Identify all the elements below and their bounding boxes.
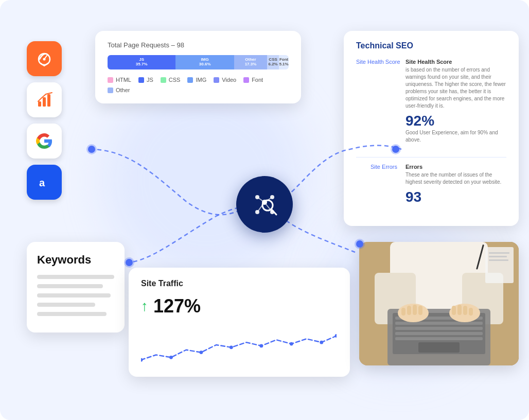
bar-css: CSS 6.2% <box>267 55 279 69</box>
svg-point-23 <box>259 344 263 348</box>
legend: HTML JS CSS IMG Video Font <box>108 77 289 93</box>
bar-img: IMG 30.6% <box>175 55 234 69</box>
health-desc: is based on the number of errors and war… <box>405 66 506 110</box>
health-heading: Site Health Score <box>405 59 506 65</box>
errors-heading: Errors <box>405 164 506 170</box>
legend-img: IMG <box>187 77 206 83</box>
health-content: Site Health Score is based on the number… <box>405 59 506 147</box>
svg-point-19 <box>141 358 143 362</box>
svg-point-21 <box>200 351 203 354</box>
progress-bar: JS 35.7% IMG 30.6% Other 17.3% CSS 6.2% … <box>108 55 289 69</box>
page-requests-title: Total Page Requests – 98 <box>108 41 289 49</box>
traffic-percent-value: 127% <box>153 295 201 317</box>
svg-rect-35 <box>395 327 483 330</box>
svg-rect-48 <box>469 308 473 316</box>
center-analysis-icon <box>236 176 293 233</box>
traffic-chart <box>141 324 338 365</box>
bar-js: JS 35.7% <box>108 55 175 69</box>
speedometer-app-icon[interactable] <box>27 41 62 76</box>
svg-rect-34 <box>395 322 483 325</box>
legend-font: Font <box>243 77 263 83</box>
tech-seo-card: Technical SEO Site Health Score Site Hea… <box>344 31 519 226</box>
sidebar-icons: a <box>27 41 62 200</box>
analytics-app-icon[interactable] <box>27 82 62 117</box>
keywords-title: Keywords <box>37 253 114 267</box>
legend-other: Other <box>108 87 130 93</box>
keyword-line-1 <box>37 275 114 279</box>
errors-content: Errors These are the number of issues of… <box>405 164 506 205</box>
bar-font: Font 5.1% <box>279 55 289 69</box>
svg-rect-42 <box>407 306 411 315</box>
legend-html: HTML <box>108 77 131 83</box>
svg-point-24 <box>290 342 293 346</box>
health-value: 92% <box>405 113 506 129</box>
laptop-visual <box>359 242 519 365</box>
tech-seo-title: Technical SEO <box>356 41 506 50</box>
svg-rect-52 <box>489 259 508 261</box>
svg-point-20 <box>169 356 173 359</box>
legend-css: CSS <box>161 77 181 83</box>
keyword-line-4 <box>37 303 95 307</box>
legend-js: JS <box>138 77 153 83</box>
svg-rect-50 <box>489 252 509 254</box>
connector-keywords <box>126 259 133 266</box>
svg-rect-41 <box>401 308 405 316</box>
svg-rect-4 <box>43 97 46 107</box>
svg-rect-38 <box>418 342 460 353</box>
keywords-card: Keywords <box>27 242 125 332</box>
svg-text:a: a <box>39 177 45 188</box>
svg-rect-46 <box>457 305 462 315</box>
traffic-arrow-icon: ↑ <box>141 298 148 314</box>
ahrefs-app-icon[interactable]: a <box>27 165 62 200</box>
svg-rect-45 <box>452 306 456 315</box>
keyword-line-3 <box>37 293 111 297</box>
traffic-title: Site Traffic <box>141 279 338 288</box>
errors-label: Site Errors <box>356 164 397 205</box>
traffic-percent-container: ↑ 127% <box>141 295 338 317</box>
health-metric: Site Health Score Site Health Score is b… <box>356 59 506 147</box>
keyword-line-2 <box>37 284 103 288</box>
errors-desc: These are the number of issues of the hi… <box>405 171 506 186</box>
health-note: Good User Experience, aim for 90% and ab… <box>405 129 506 144</box>
keyword-line-5 <box>37 312 107 316</box>
page-requests-card: Total Page Requests – 98 JS 35.7% IMG 30… <box>95 31 301 103</box>
svg-point-22 <box>230 345 233 349</box>
bar-other: Other 17.3% <box>234 55 267 69</box>
laptop-card <box>359 242 519 365</box>
main-container: a Total Page Requests – 98 JS 35.7% IMG … <box>0 0 529 420</box>
svg-rect-37 <box>395 337 483 340</box>
errors-value: 93 <box>405 189 506 205</box>
connector-right-top <box>392 146 399 153</box>
svg-rect-43 <box>413 305 417 315</box>
svg-rect-3 <box>38 101 41 107</box>
site-traffic-card: Site Traffic ↑ 127% <box>129 268 350 377</box>
connector-right-bottom <box>356 240 363 248</box>
svg-point-25 <box>320 341 323 344</box>
svg-rect-44 <box>418 306 422 315</box>
google-app-icon[interactable] <box>27 124 62 159</box>
errors-metric: Site Errors Errors These are the number … <box>356 164 506 205</box>
connector-left <box>88 146 95 153</box>
svg-line-2 <box>44 56 47 59</box>
legend-video: Video <box>214 77 236 83</box>
svg-rect-5 <box>47 94 50 107</box>
svg-rect-47 <box>463 306 467 315</box>
health-label: Site Health Score <box>356 59 397 147</box>
divider <box>356 157 506 157</box>
svg-rect-51 <box>489 256 507 257</box>
svg-rect-36 <box>395 332 483 335</box>
